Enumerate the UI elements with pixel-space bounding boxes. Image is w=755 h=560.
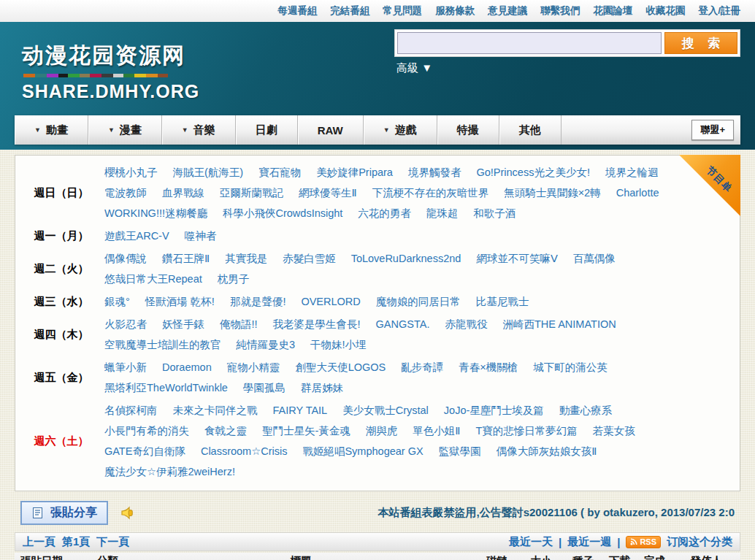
next-page-link[interactable]: 下一頁 — [96, 535, 129, 549]
schedule-show-link[interactable]: 電波教師 — [104, 185, 147, 201]
schedule-show-link[interactable]: 枕男子 — [218, 272, 250, 287]
schedule-show-link[interactable]: 監獄學園 — [439, 444, 481, 459]
menu-item[interactable]: ▼音樂 — [162, 115, 236, 145]
recent-week-link[interactable]: 最近一週 — [567, 535, 611, 549]
column-header[interactable]: 大小 — [518, 553, 564, 560]
schedule-show-link[interactable]: 銀魂° — [104, 294, 130, 310]
schedule-show-link[interactable]: 鑽石王牌Ⅱ — [162, 251, 210, 266]
schedule-show-link[interactable]: 未來之卡同伴之戰 — [173, 403, 258, 418]
schedule-show-link[interactable]: Go!Princess光之美少女! — [476, 165, 590, 180]
schedule-show-link[interactable]: 創聖大天使LOGOS — [295, 360, 386, 375]
schedule-show-link[interactable]: WORKING!!!迷糊餐廳 — [104, 206, 207, 221]
schedule-show-link[interactable]: 聖鬥士星矢-黃金魂 — [262, 423, 350, 439]
schedule-show-link[interactable]: 龍珠超 — [426, 206, 459, 221]
schedule-show-link[interactable]: 亞爾斯蘭戰記 — [220, 185, 283, 201]
schedule-show-link[interactable]: 空戰魔導士培訓生的教官 — [104, 337, 221, 353]
schedule-show-link[interactable]: 血界戰線 — [162, 185, 204, 201]
schedule-show-link[interactable]: 小長門有希的消失 — [104, 423, 189, 439]
schedule-show-link[interactable]: 我老婆是學生會長! — [273, 317, 361, 332]
column-header[interactable]: 下載 — [602, 553, 637, 560]
site-logo[interactable]: 动漫花园资源网 SHARE.DMHY.ORG — [22, 41, 199, 102]
schedule-show-link[interactable]: 魔法少女☆伊莉雅2weiHerz! — [104, 464, 235, 480]
post-share-button[interactable]: 張貼分享 — [20, 501, 108, 525]
top-nav-link[interactable]: 登入/註冊 — [698, 4, 740, 18]
schedule-show-link[interactable]: 洲崎西THE ANIMATION — [502, 317, 616, 332]
search-button[interactable]: 搜 索 — [664, 32, 737, 54]
schedule-show-link[interactable]: 境界觸發者 — [408, 165, 461, 180]
schedule-show-link[interactable]: 其實我是 — [225, 251, 267, 266]
column-header[interactable]: 磁鏈 — [476, 553, 518, 560]
schedule-show-link[interactable]: 赤髮白雪姬 — [283, 251, 336, 266]
schedule-show-link[interactable]: 亂步奇譚 — [401, 360, 443, 375]
schedule-show-link[interactable]: 純情羅曼史3 — [237, 337, 296, 353]
schedule-show-link[interactable]: 若葉女孩 — [593, 423, 635, 439]
top-nav-link[interactable]: 常見問題 — [383, 4, 422, 18]
schedule-show-link[interactable]: JoJo-星塵鬥士埃及篇 — [444, 403, 544, 418]
schedule-show-link[interactable]: 潮與虎 — [366, 423, 398, 439]
schedule-show-link[interactable]: 六花的勇者 — [358, 206, 411, 221]
schedule-show-link[interactable]: 蠟筆小新 — [104, 360, 147, 375]
schedule-show-link[interactable]: 俺物語!! — [220, 317, 258, 332]
schedule-show-link[interactable]: 無頭騎士異聞錄×2轉 — [504, 185, 601, 201]
subscribe-category-link[interactable]: 订阅这个分类 — [667, 535, 732, 549]
schedule-show-link[interactable]: 網球並不可笑嘛Ⅴ — [476, 251, 557, 266]
schedule-show-link[interactable]: 偶像傳說 — [104, 251, 147, 266]
schedule-show-link[interactable]: 美少女戰士Crystal — [342, 403, 429, 418]
rss-icon[interactable]: RSS — [626, 536, 661, 548]
prev-page-link[interactable]: 上一頁 — [23, 535, 55, 549]
schedule-show-link[interactable]: GANGSTA. — [376, 317, 430, 332]
schedule-show-link[interactable]: 妖怪手錶 — [162, 317, 204, 332]
schedule-show-link[interactable]: 黑塔利亞TheWorldTwinkle — [104, 380, 228, 396]
column-header[interactable]: 種子 — [564, 553, 602, 560]
column-header[interactable]: 完成 — [637, 553, 672, 560]
schedule-show-link[interactable]: 魔物娘的同居日常 — [376, 294, 461, 310]
menu-item[interactable]: ▼遊戲 — [364, 115, 437, 145]
search-input[interactable] — [397, 32, 662, 54]
schedule-show-link[interactable]: 戰姬絕唱Symphogear GX — [302, 444, 423, 459]
schedule-show-link[interactable]: T寶的悲慘日常夢幻篇 — [475, 423, 577, 439]
schedule-show-link[interactable]: FAIRY TAIL — [273, 403, 328, 418]
schedule-show-link[interactable]: 網球優等生Ⅱ — [299, 185, 357, 201]
schedule-show-link[interactable]: 寵物小精靈 — [227, 360, 280, 375]
recent-day-link[interactable]: 最近一天 — [509, 535, 553, 549]
schedule-show-link[interactable]: 學園孤島 — [243, 380, 285, 396]
schedule-show-link[interactable]: Charlotte — [616, 185, 659, 201]
column-header[interactable]: 發佈人 — [672, 553, 740, 560]
menu-item[interactable]: ▼動畫 — [15, 115, 88, 145]
advanced-search-toggle[interactable]: 高級 ▼ — [396, 61, 432, 75]
schedule-ribbon[interactable]: 节目单 — [679, 155, 740, 216]
top-nav-link[interactable]: 意見建議 — [488, 4, 527, 18]
schedule-show-link[interactable]: 悠哉日常大王Repeat — [104, 272, 202, 287]
column-header[interactable]: 標題 — [126, 553, 476, 560]
menu-item[interactable]: ▼漫畫 — [88, 115, 162, 145]
menu-item[interactable]: 其他 — [499, 115, 562, 145]
schedule-show-link[interactable]: GATE奇幻自衛隊 — [104, 444, 185, 459]
schedule-show-link[interactable]: OVERLORD — [301, 294, 360, 310]
schedule-show-link[interactable]: 那就是聲優! — [230, 294, 286, 310]
menu-item[interactable]: RAW — [298, 115, 364, 145]
schedule-show-link[interactable]: 比基尼戰士 — [476, 294, 529, 310]
schedule-show-link[interactable]: 干物妹!小埋 — [310, 337, 367, 353]
schedule-show-link[interactable]: 城下町的蒲公英 — [533, 360, 608, 375]
schedule-show-link[interactable]: 食戟之靈 — [204, 423, 247, 439]
top-nav-link[interactable]: 服務條款 — [435, 4, 475, 18]
schedule-show-link[interactable]: 下流梗不存在的灰暗世界 — [372, 185, 489, 201]
schedule-show-link[interactable]: 怪獸酒場 乾杯! — [145, 294, 215, 310]
schedule-show-link[interactable]: Doraemon — [162, 360, 212, 375]
schedule-show-link[interactable]: 火影忍者 — [104, 317, 147, 332]
menu-item[interactable]: 特撮 — [437, 115, 499, 145]
schedule-show-link[interactable]: 噬神者 — [185, 229, 217, 244]
top-nav-link[interactable]: 完結番組 — [330, 4, 369, 18]
schedule-show-link[interactable]: 和歌子酒 — [473, 206, 516, 221]
column-header[interactable]: 分類 — [95, 553, 126, 560]
alliance-button[interactable]: 聯盟+ — [691, 120, 734, 140]
schedule-show-link[interactable]: 偶像大師灰姑娘女孩Ⅱ — [497, 444, 597, 459]
top-nav-link[interactable]: 花園論壇 — [593, 4, 632, 18]
schedule-show-link[interactable]: 美妙旋律Pripara — [316, 165, 393, 180]
schedule-show-link[interactable]: 名偵探柯南 — [104, 403, 158, 418]
top-nav-link[interactable]: 收藏花園 — [645, 4, 685, 18]
schedule-show-link[interactable]: 青春×機關槍 — [459, 360, 518, 375]
schedule-show-link[interactable]: ToLoveRuDarkness2nd — [351, 251, 461, 266]
schedule-show-link[interactable]: 百萬偶像 — [573, 251, 616, 266]
schedule-show-link[interactable]: 遊戲王ARC-V — [104, 229, 169, 244]
